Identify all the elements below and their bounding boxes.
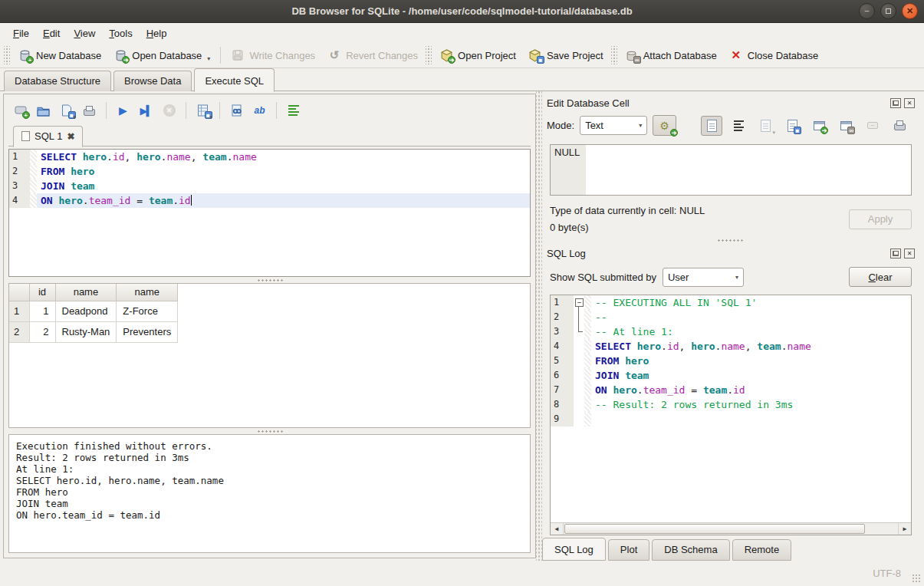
menu-edit[interactable]: Edit [36,25,67,41]
print-button[interactable] [79,100,100,120]
open-project-button[interactable]: ➔ Open Project [433,45,522,65]
cell-editor-icons: ▾ ■ ➔ ∞ − [701,116,913,136]
id-cell[interactable]: 1 [29,301,55,321]
revert-changes-button[interactable]: ↺ Revert Changes [321,45,424,65]
results-corner-header[interactable] [9,284,29,301]
editor-results-splitter[interactable] [8,277,531,283]
row-number-cell[interactable]: 1 [9,301,29,321]
dropdown-icon: ▾ [73,114,76,120]
dock-close-icon[interactable]: ✕ [904,249,915,258]
menu-file[interactable]: File [6,25,36,41]
tab-database-structure[interactable]: Database Structure [4,71,111,91]
tab-db-schema[interactable]: DB Schema [652,539,729,561]
word-wrap-icon [734,120,744,131]
find-replace-button[interactable]: ab [249,100,270,120]
save-results-button[interactable]: ■ ▾ [192,100,213,120]
open-sql-file-menu-button[interactable]: ■ ▾ [56,100,77,120]
tab-remote[interactable]: Remote [732,539,792,561]
table-row[interactable]: 2 2 Rusty-Man Preventers [9,321,178,342]
maximize-button[interactable] [880,3,896,19]
sql-1-tab[interactable]: SQL 1 ✖ [13,126,83,147]
scroll-left-icon[interactable]: ◀ [551,523,564,535]
save-project-button[interactable]: ■ Save Project [522,45,610,65]
row-number-cell[interactable]: 2 [9,321,29,342]
mode-select[interactable]: Text ▾ [580,116,647,135]
write-changes-button[interactable]: Write Changes [225,45,321,65]
encoding-indicator[interactable]: UTF-8 [873,568,901,579]
open-sql-file-button[interactable] [33,100,54,120]
table-row[interactable]: 1 1 Deadpond Z-Force [9,301,178,321]
dock-splitter-horizontal[interactable] [542,238,918,244]
sql-log-title: SQL Log [547,248,586,259]
close-database-button[interactable]: ✕ Close Database [723,45,825,65]
tab-sql-log[interactable]: SQL Log [542,538,606,561]
dock-splitter[interactable] [536,91,542,561]
revert-changes-label: Revert Changes [346,50,418,61]
sql-log-view[interactable]: 1-- EXECUTING ALL IN 'SQL 1'2--3-- At li… [550,295,912,535]
tab-execute-sql[interactable]: Execute SQL [194,68,275,92]
menu-tools[interactable]: Tools [102,25,139,41]
status-bar: UTF-8 [0,561,924,586]
submitter-select[interactable]: User ▾ [663,268,744,287]
filter-label: Show SQL submitted by [550,272,656,283]
open-database-button[interactable]: ➔ Open Database ▾ [107,45,216,65]
export-data-button[interactable]: ■ [781,116,803,136]
dock-close-icon[interactable]: ✕ [904,98,915,108]
tab-plot[interactable]: Plot [608,539,649,561]
menu-view[interactable]: View [67,25,102,41]
apply-button[interactable]: Apply [849,209,912,229]
execute-line-icon: ▶▍ [140,105,153,117]
word-wrap-button[interactable] [728,116,749,136]
copy-link-button[interactable]: ∞ [835,116,857,136]
team-name-cell[interactable]: Preventers [117,321,178,342]
stop-execution-button[interactable]: ✕ [159,100,179,120]
minimize-button[interactable]: − [859,3,875,19]
import-data-button[interactable]: ▾ [755,116,776,136]
close-button[interactable]: ✕ [902,3,918,19]
scrollbar-thumb[interactable] [564,524,865,534]
cell-mode-row: Mode: Text ▾ ⚙ ➔ ▾ ■ ➔ ∞ − [542,111,918,139]
find-button[interactable] [226,100,247,120]
main-tab-bar: Database Structure Browse Data Execute S… [0,68,924,91]
open-database-dropdown-icon[interactable]: ▾ [207,55,210,62]
open-sql-tab-button[interactable]: + [10,100,31,120]
cell-type-info: Type of data currently in cell: NULL [550,202,705,219]
clear-log-button[interactable]: Clear [849,267,912,287]
sql-tab-bar: SQL 1 ✖ [8,123,531,146]
open-external-button[interactable]: ➔ [808,116,830,136]
scroll-right-icon[interactable]: ▶ [898,523,911,535]
write-changes-icon [231,48,245,62]
text-mode-button[interactable] [701,116,722,136]
new-database-button[interactable]: + New Database [12,45,107,65]
chevron-down-icon: ▾ [728,274,738,281]
id-cell[interactable]: 2 [29,321,55,342]
sql-tab-close-icon[interactable]: ✖ [67,131,74,142]
menu-help[interactable]: Help [140,25,174,41]
sql-editor[interactable]: 1SELECT hero.id, hero.name, team.name2FR… [8,149,531,277]
results-grid: id name name 1 1 Deadpond Z-Force 2 2 Ru… [8,283,531,428]
dock-float-icon[interactable] [890,249,901,258]
auto-switch-mode-button[interactable]: ⚙ ➔ [653,115,676,136]
format-sql-button[interactable] [283,100,304,120]
results-header-name2[interactable]: name [117,284,178,301]
tab-browse-data[interactable]: Browse Data [113,71,192,91]
results-header-name1[interactable]: name [55,284,117,301]
set-null-button[interactable]: − [862,116,883,136]
results-message-splitter[interactable] [8,428,531,434]
dock-float-icon[interactable] [890,98,901,108]
cell-value-editor[interactable]: NULL [550,144,912,195]
window-title: DB Browser for SQLite - /home/user/code/… [0,5,924,17]
link-icon: ∞ [839,119,853,133]
resize-grip[interactable] [912,574,922,584]
horizontal-scrollbar[interactable]: ◀ ▶ [551,522,911,535]
attach-database-button[interactable]: ∞ Attach Database [619,45,723,65]
print-cell-button[interactable] [889,116,910,136]
hero-name-cell[interactable]: Deadpond [55,301,117,321]
open-external-icon: ➔ [812,119,826,133]
hero-name-cell[interactable]: Rusty-Man [55,321,117,342]
results-header-id[interactable]: id [29,284,55,301]
team-name-cell[interactable]: Z-Force [117,301,178,321]
execute-all-button[interactable]: ▶ [113,100,133,120]
execute-line-button[interactable]: ▶▍ [136,100,156,120]
new-tab-icon: + [14,104,28,117]
